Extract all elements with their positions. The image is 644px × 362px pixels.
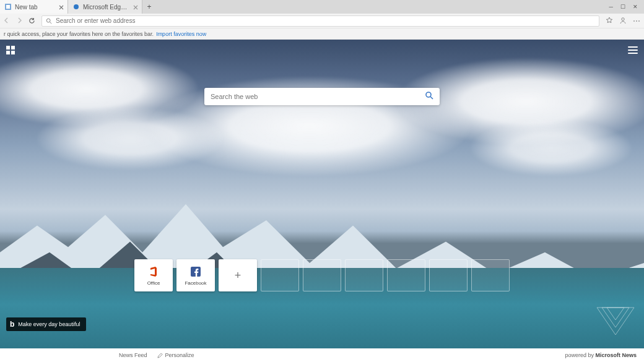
url-input[interactable]: [56, 17, 595, 24]
tile-office[interactable]: Office: [134, 259, 173, 291]
svg-point-5: [622, 17, 624, 20]
office-icon: [148, 265, 159, 278]
url-box[interactable]: [41, 15, 599, 27]
news-feed-link[interactable]: News Feed: [119, 352, 147, 358]
minimize-button[interactable]: ─: [609, 4, 613, 10]
tile-empty[interactable]: [261, 259, 299, 291]
favorite-star-icon[interactable]: [606, 15, 613, 27]
tile-empty[interactable]: [303, 259, 341, 291]
svg-line-7: [430, 97, 433, 99]
tab-new-tab[interactable]: New tab: [0, 0, 68, 14]
verge-watermark: [596, 306, 635, 336]
close-icon[interactable]: [59, 4, 64, 9]
tab-strip: New tab Microsoft Edge Insider + ─ ☐ ✕: [0, 0, 644, 14]
web-search-input[interactable]: [211, 93, 425, 100]
web-search-box[interactable]: [204, 88, 440, 105]
tile-empty[interactable]: [387, 259, 425, 291]
bing-caption[interactable]: b Make every day beautiful: [6, 317, 86, 331]
tile-add[interactable]: +: [219, 259, 257, 291]
new-tab-page: Office Facebook + b Make every day beaut…: [0, 40, 644, 348]
search-icon[interactable]: [425, 91, 433, 102]
back-button[interactable]: [4, 17, 10, 25]
powered-by: powered by Microsoft News: [565, 352, 637, 358]
tab-title: Microsoft Edge Insider: [83, 4, 129, 11]
svg-rect-1: [6, 5, 10, 9]
svg-point-6: [426, 92, 431, 97]
page-favicon: [5, 4, 11, 10]
app-launcher-icon[interactable]: [6, 46, 15, 54]
tile-empty[interactable]: [471, 259, 510, 291]
profile-icon[interactable]: [619, 15, 627, 27]
plus-icon: +: [235, 269, 242, 282]
svg-point-2: [74, 4, 79, 9]
tile-label: Office: [147, 280, 160, 286]
forward-button[interactable]: [16, 17, 22, 25]
tile-label: Facebook: [185, 280, 206, 286]
edge-favicon: [73, 4, 79, 10]
import-favorites-link[interactable]: Import favorites now: [156, 31, 206, 37]
close-icon[interactable]: [133, 4, 138, 9]
menu-icon[interactable]: ⋯: [633, 17, 640, 25]
close-window-button[interactable]: ✕: [633, 4, 638, 10]
bing-icon: b: [10, 320, 14, 329]
bing-caption-text: Make every day beautiful: [18, 321, 80, 327]
svg-point-3: [46, 19, 50, 22]
quick-links: Office Facebook +: [134, 259, 510, 291]
refresh-button[interactable]: [28, 15, 35, 27]
tab-edge-insider[interactable]: Microsoft Edge Insider: [68, 0, 142, 14]
pencil-icon: [157, 353, 163, 358]
search-icon: [46, 15, 52, 27]
favorites-hint: r quick access, place your favorites her…: [4, 31, 154, 37]
background-image: [0, 40, 644, 348]
personalize-label: Personalize: [165, 352, 194, 358]
address-bar: ⋯: [0, 14, 644, 28]
ntp-footer: News Feed Personalize powered by Microso…: [0, 348, 644, 362]
favorites-bar: r quick access, place your favorites her…: [0, 28, 644, 40]
maximize-button[interactable]: ☐: [620, 4, 625, 10]
tile-facebook[interactable]: Facebook: [176, 259, 215, 291]
window-controls: ─ ☐ ✕: [603, 0, 644, 14]
tile-empty[interactable]: [345, 259, 383, 291]
svg-line-4: [50, 22, 52, 24]
tile-empty[interactable]: [429, 259, 468, 291]
facebook-icon: [191, 265, 201, 278]
new-tab-button[interactable]: +: [142, 0, 156, 14]
tab-title: New tab: [15, 4, 55, 11]
personalize-link[interactable]: Personalize: [157, 352, 194, 358]
settings-menu-icon[interactable]: [628, 46, 638, 54]
